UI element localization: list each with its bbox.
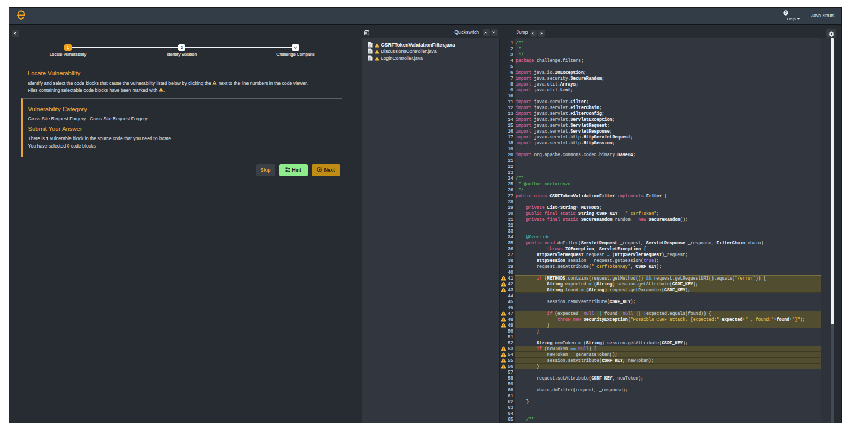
svg-text:?: ? <box>785 11 787 14</box>
